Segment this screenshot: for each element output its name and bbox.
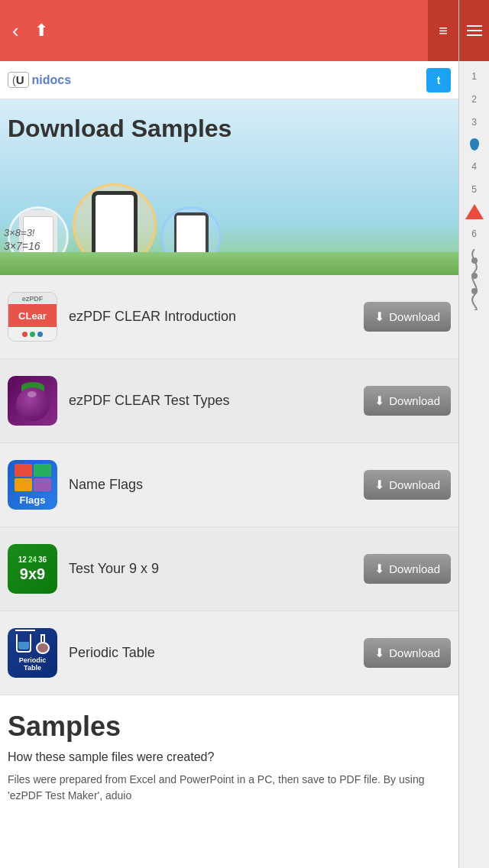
banner-title: Download Samples	[8, 115, 232, 143]
share-button[interactable]: ⬆	[34, 21, 48, 40]
9x9-download-button[interactable]: ⬇ Download	[364, 554, 451, 584]
svg-point-2	[471, 288, 478, 294]
download-arrow-icon-5: ⬇	[374, 646, 384, 660]
download-arrow-icon-2: ⬇	[374, 394, 384, 408]
sample-item-periodic: PeriodicTable Periodic Table ⬇ Download	[0, 611, 458, 695]
twitter-button[interactable]: t	[426, 68, 451, 92]
download-arrow-icon-3: ⬇	[374, 478, 384, 492]
clear-intro-label: ezPDF CLEAR Introduction	[69, 309, 352, 325]
svg-point-0	[471, 257, 478, 264]
sidebar-page-2[interactable]: 2	[471, 88, 477, 111]
back-button[interactable]: ‹	[12, 19, 19, 43]
clear-test-label: ezPDF CLEAR Test Types	[69, 393, 352, 409]
flags-label: Name Flags	[69, 477, 352, 493]
banner: Download Samples	[0, 99, 458, 275]
bottom-title: Samples	[8, 711, 451, 743]
periodic-label: Periodic Table	[69, 645, 352, 661]
sidebar-page-3[interactable]: 3	[471, 111, 477, 134]
hazard-icon	[465, 201, 484, 222]
sample-item-clear-test: ezPDF CLEAR Test Types ⬇ Download	[0, 359, 458, 443]
sidebar-menu-icon[interactable]	[459, 0, 490, 61]
top-navigation-bar: ‹ ⬆ ≡	[0, 0, 458, 61]
clear-intro-icon: ezPDF CLear	[8, 292, 57, 342]
sample-item-flags: Flags Name Flags ⬇ Download	[0, 443, 458, 527]
sample-item-clear-intro: ezPDF CLear ezPDF CLEAR Introduction ⬇ D…	[0, 275, 458, 359]
9x9-label: Test Your 9 x 9	[69, 561, 352, 577]
sidebar-page-4[interactable]: 4	[471, 155, 477, 178]
bottom-description: Files were prepared from Excel and Power…	[8, 772, 451, 804]
sidebar-page-1[interactable]: 1	[471, 65, 477, 88]
clear-test-icon	[8, 376, 57, 426]
bottom-section: Samples How these sample files were crea…	[0, 695, 458, 819]
logo: ( U nidocs	[8, 72, 71, 88]
logo-u-letter: U	[16, 73, 24, 86]
site-header: ( U nidocs t	[0, 61, 458, 99]
flags-icon: Flags	[8, 460, 57, 510]
sidebar-page-5[interactable]: 5	[471, 178, 477, 201]
svg-point-1	[471, 273, 478, 279]
download-arrow-icon-4: ⬇	[374, 562, 384, 576]
periodic-icon: PeriodicTable	[8, 628, 57, 678]
chain-icon	[463, 249, 486, 313]
sample-item-9x9: 12 24 36 9x9 Test Your 9 x 9 ⬇ Download	[0, 527, 458, 611]
periodic-download-button[interactable]: ⬇ Download	[364, 638, 451, 668]
drop-icon	[465, 134, 484, 155]
flags-download-button[interactable]: ⬇ Download	[364, 470, 451, 500]
bottom-subtitle: How these sample files were created?	[8, 750, 451, 764]
right-sidebar: 1 2 3 4 5 6	[458, 0, 489, 868]
9x9-icon: 12 24 36 9x9	[8, 544, 57, 594]
sidebar-page-6[interactable]: 6	[471, 222, 477, 245]
clear-intro-download-button[interactable]: ⬇ Download	[364, 302, 451, 332]
clear-test-download-button[interactable]: ⬇ Download	[364, 386, 451, 416]
download-arrow-icon: ⬇	[374, 309, 384, 324]
logo-name: nidocs	[32, 73, 72, 87]
menu-button[interactable]: ≡	[428, 0, 458, 61]
